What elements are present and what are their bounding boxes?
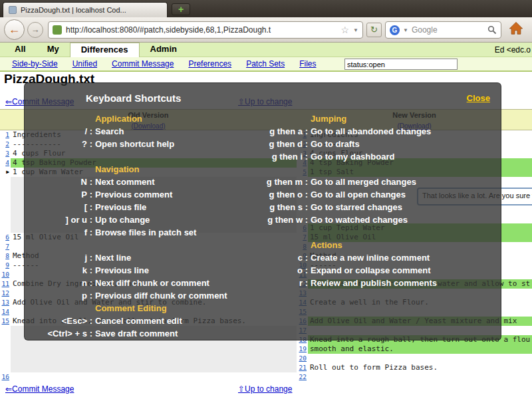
old-line-number[interactable]: 12 (0, 289, 11, 298)
shortcut-key: / (33, 126, 87, 136)
old-line-number (0, 344, 11, 354)
new-line-number[interactable]: 22 (297, 372, 308, 382)
old-line-number[interactable]: 2 (0, 140, 11, 149)
old-line-number[interactable]: 15 (0, 317, 11, 326)
reload-button[interactable]: ↻ (366, 23, 382, 37)
shortcut-separator: : (87, 177, 95, 187)
browser-window: PizzaDough.txt | localhost Cod... + ← → … (0, 0, 532, 399)
shortcut-row: /:Searchg then a:Go to all abandoned cha… (33, 125, 493, 138)
shortcut-key: c (244, 253, 303, 263)
url-dropdown-icon[interactable]: ▼ (353, 27, 358, 33)
submenu-link-patch-sets[interactable]: Patch Sets (246, 59, 285, 68)
shortcut-row: ApplicationJumping (33, 112, 493, 125)
back-button[interactable]: ← (4, 19, 25, 40)
old-line-number[interactable]: 9 (0, 261, 11, 270)
old-line-number[interactable]: 6 (0, 233, 11, 242)
shortcut-description: Cancel comment edit (95, 316, 244, 326)
old-line-number[interactable]: 10 (0, 270, 11, 279)
shortcut-description: Browse files in patch set (95, 227, 244, 237)
home-icon (509, 21, 523, 36)
section-heading: Jumping (311, 114, 493, 124)
new-tab-button[interactable]: + (172, 3, 190, 15)
shortcut-separator: : (303, 215, 311, 225)
old-line-number[interactable]: 13 (0, 298, 11, 307)
menu-tab-differences[interactable]: Differences (70, 43, 140, 57)
gerrit-menu-tabs: AllMyDifferencesAdmin (4, 43, 188, 57)
tab-title: PizzaDough.txt | localhost Cod... (21, 6, 126, 14)
status-search-input[interactable] (344, 59, 458, 70)
submenu-link-unified[interactable]: Unified (72, 59, 97, 68)
old-line-number[interactable]: 7 (0, 242, 11, 251)
search-input[interactable]: Google (412, 25, 484, 35)
bookmark-star-icon[interactable]: ☆ (341, 25, 350, 35)
shortcut-key: p (33, 291, 87, 301)
section-heading: Application (95, 114, 244, 124)
menu-tab-admin[interactable]: Admin (140, 43, 188, 57)
home-button[interactable] (507, 21, 525, 39)
url-text[interactable]: http://localhost:8080/#patch,sidebyside,… (66, 25, 337, 35)
shortcut-key: g then w (244, 215, 303, 225)
search-box[interactable]: G ▼ Google (385, 21, 501, 39)
shortcut-separator: : (303, 126, 311, 136)
submenu-link-files[interactable]: Files (299, 59, 316, 68)
close-link[interactable]: Close (467, 93, 490, 103)
shortcut-key: [ (33, 202, 87, 212)
old-line-text (11, 363, 297, 372)
shortcut-separator: : (303, 265, 311, 275)
shortcut-key: k (33, 265, 87, 275)
shortcut-separator: : (87, 126, 95, 136)
shortcut-description: Create a new inline comment (311, 253, 493, 263)
old-line-number (0, 196, 11, 205)
shortcut-row: N:Next commentg then m:Go to all merged … (33, 176, 493, 188)
shortcut-description: Next comment (95, 177, 244, 187)
new-line-number[interactable]: 21 (297, 363, 308, 372)
old-line-number[interactable]: 1 (0, 130, 11, 140)
shortcut-key: ] or u (33, 215, 87, 225)
search-engine-icon[interactable]: G (390, 25, 400, 35)
old-line-number (0, 326, 11, 335)
shortcut-row: g then i:Go to my dashboard (33, 150, 493, 163)
old-line-text (11, 344, 297, 354)
old-line-number[interactable]: 16 (0, 372, 11, 382)
browser-tab[interactable]: PizzaDough.txt | localhost Cod... (3, 2, 168, 17)
old-line-number (0, 354, 11, 363)
old-line-number[interactable]: 14 (0, 307, 11, 317)
shortcut-row: <Ctrl> + s:Save draft comment (33, 327, 493, 340)
shortcut-row: p:Previous diff chunk or comment (33, 289, 493, 302)
shortcut-key: P (33, 190, 87, 200)
forward-button[interactable]: → (27, 22, 43, 38)
old-line-number[interactable]: 3 (0, 149, 11, 158)
submenu-link-commit-message[interactable]: Commit Message (112, 59, 174, 68)
section-heading: Navigation (95, 164, 244, 174)
section-heading: Actions (311, 240, 493, 250)
search-engine-dropdown-icon[interactable]: ▼ (403, 27, 408, 33)
new-line-text: Roll out to form Pizza bases. (308, 363, 532, 372)
old-line-number[interactable]: 11 (0, 279, 11, 289)
new-line-number[interactable]: 20 (297, 354, 308, 363)
old-line-number (0, 214, 11, 223)
shortcut-key: g then a (244, 126, 303, 136)
shortcut-description: Next line (95, 253, 244, 263)
shortcut-description: Go to all open changes (311, 190, 493, 200)
menu-tab-my[interactable]: My (37, 43, 70, 57)
new-line-number[interactable]: 19 (297, 344, 308, 354)
old-line-number[interactable]: 8 (0, 251, 11, 261)
old-line-number[interactable]: 4 (0, 158, 11, 168)
url-bar[interactable]: http://localhost:8080/#patch,sidebyside,… (48, 21, 363, 39)
dialog-header: Keyboard Shortcuts Close (25, 83, 501, 106)
forward-icon: → (31, 25, 40, 35)
shortcut-key: o (244, 265, 303, 275)
submenu-link-side-by-side[interactable]: Side-by-Side (12, 59, 58, 68)
shortcut-description: Expand or collapse comment (311, 265, 493, 275)
current-line-marker[interactable]: ▶ (0, 168, 11, 177)
shortcut-row: <Esc>:Cancel comment edit (33, 315, 493, 327)
commit-message-link-bottom[interactable]: ⇐Commit Message (5, 384, 74, 394)
menu-tab-all[interactable]: All (4, 43, 37, 57)
user-label[interactable]: Ed <edc.o (495, 45, 531, 55)
shortcut-separator: : (303, 253, 311, 263)
diff-row: 21Roll out to form Pizza bases. (0, 363, 532, 372)
shortcut-separator: : (303, 139, 311, 149)
up-to-change-link-bottom[interactable]: ⇧Up to change (238, 384, 292, 394)
magnifier-icon[interactable] (487, 25, 497, 35)
submenu-link-preferences[interactable]: Preferences (188, 59, 231, 68)
